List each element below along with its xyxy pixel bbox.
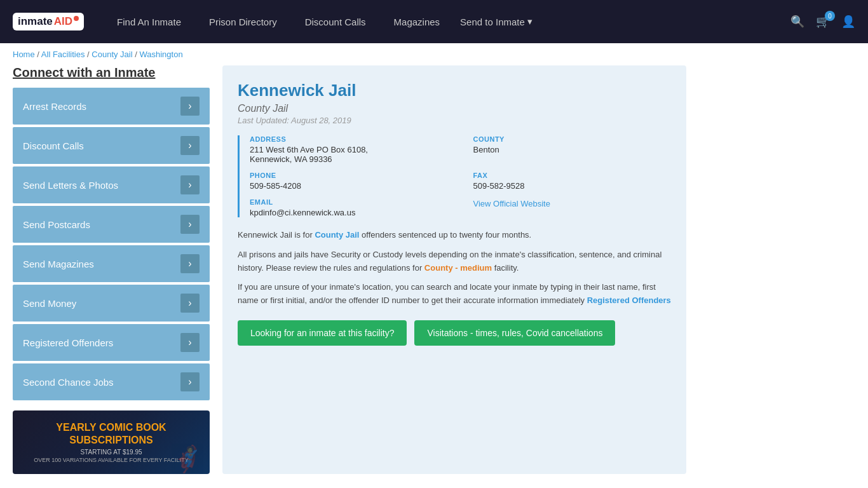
breadcrumb-county-jail[interactable]: County Jail xyxy=(92,50,132,59)
info-row-address-county: ADDRESS 211 West 6th Ave PO Box 6108, Ke… xyxy=(250,135,671,164)
facility-last-updated: Last Updated: August 28, 2019 xyxy=(238,116,671,125)
info-col-address: ADDRESS 211 West 6th Ave PO Box 6108, Ke… xyxy=(250,135,448,164)
breadcrumb-state[interactable]: Washington xyxy=(139,50,182,59)
facility-type: County Jail xyxy=(238,103,671,114)
arrow-icon: › xyxy=(180,215,200,234)
sidebar-item-second-chance-jobs[interactable]: Second Chance Jobs › xyxy=(13,363,210,400)
nav-magazines[interactable]: Magazines xyxy=(380,0,454,43)
cart-badge: 0 xyxy=(825,11,835,21)
email-value: kpdinfo@ci.kennewick.wa.us xyxy=(250,208,448,217)
sidebar: Connect with an Inmate Arrest Records › … xyxy=(13,65,210,474)
info-col-phone: PHONE 509-585-4208 xyxy=(250,172,448,191)
phone-label: PHONE xyxy=(250,172,448,179)
nav-right-icons: 🔍 🛒 0 👤 xyxy=(790,15,855,29)
nav-links: Find An Inmate Prison Directory Discount… xyxy=(103,0,790,43)
description-2: All prisons and jails have Security or C… xyxy=(238,248,671,275)
logo[interactable]: inmate AID xyxy=(13,13,84,30)
address-line1: 211 West 6th Ave PO Box 6108, xyxy=(250,145,448,154)
sidebar-items: Arrest Records › Discount Calls › Send L… xyxy=(13,88,210,400)
registered-offenders-link[interactable]: Registered Offenders xyxy=(587,295,671,305)
sidebar-item-send-magazines[interactable]: Send Magazines › xyxy=(13,245,210,282)
county-label: COUNTY xyxy=(473,135,672,143)
nav-prison-directory[interactable]: Prison Directory xyxy=(195,0,291,43)
facility-content: Kennewick Jail County Jail Last Updated:… xyxy=(222,65,686,474)
arrow-icon: › xyxy=(180,254,200,273)
ad-decoration: 🦸 xyxy=(172,444,203,474)
arrow-icon: › xyxy=(180,294,200,313)
email-label: EMAIL xyxy=(250,198,448,206)
phone-value: 509-585-4208 xyxy=(250,181,448,191)
info-col-county: COUNTY Benton xyxy=(473,135,672,164)
arrow-icon: › xyxy=(180,175,200,194)
website-link[interactable]: View Official Website xyxy=(473,199,550,208)
logo-aid-text: AID xyxy=(54,15,72,28)
arrow-icon: › xyxy=(180,97,200,116)
info-row-email-website: EMAIL kpdinfo@ci.kennewick.wa.us View Of… xyxy=(250,198,671,217)
info-row-phone-fax: PHONE 509-585-4208 FAX 509-582-9528 xyxy=(250,172,671,191)
info-col-email: EMAIL kpdinfo@ci.kennewick.wa.us xyxy=(250,198,448,217)
chevron-down-icon: ▾ xyxy=(527,16,532,27)
ad-banner[interactable]: YEARLY COMIC BOOKSUBSCRIPTIONS STARTING … xyxy=(13,410,210,474)
action-buttons: Looking for an inmate at this facility? … xyxy=(238,320,671,346)
arrow-icon: › xyxy=(180,333,200,352)
cart-icon[interactable]: 🛒 0 xyxy=(816,15,830,29)
sidebar-title: Connect with an Inmate xyxy=(13,65,210,80)
address-line2: Kennewick, WA 99336 xyxy=(250,154,448,164)
user-icon[interactable]: 👤 xyxy=(841,15,855,29)
arrow-icon: › xyxy=(180,372,200,391)
search-icon[interactable]: 🔍 xyxy=(790,15,804,29)
sidebar-item-send-letters[interactable]: Send Letters & Photos › xyxy=(13,166,210,203)
description-1: Kennewick Jail is for County Jail offend… xyxy=(238,229,671,242)
logo-dot-icon xyxy=(74,16,79,21)
address-label: ADDRESS xyxy=(250,135,448,143)
sidebar-item-registered-offenders[interactable]: Registered Offenders › xyxy=(13,324,210,361)
navbar: inmate AID Find An Inmate Prison Directo… xyxy=(0,0,868,43)
facility-info-grid: ADDRESS 211 West 6th Ave PO Box 6108, Ke… xyxy=(238,135,671,217)
looking-for-inmate-button[interactable]: Looking for an inmate at this facility? xyxy=(238,320,407,346)
county-medium-link[interactable]: County - medium xyxy=(424,263,492,273)
nav-find-inmate[interactable]: Find An Inmate xyxy=(103,0,195,43)
sidebar-item-send-money[interactable]: Send Money › xyxy=(13,285,210,322)
breadcrumb-all-facilities[interactable]: All Facilities xyxy=(41,50,85,59)
info-col-website: View Official Website xyxy=(473,198,672,217)
breadcrumb-home[interactable]: Home xyxy=(13,50,35,59)
ad-title: YEARLY COMIC BOOKSUBSCRIPTIONS xyxy=(23,421,200,445)
sidebar-item-send-postcards[interactable]: Send Postcards › xyxy=(13,206,210,243)
nav-send-to-inmate[interactable]: Send to Inmate ▾ xyxy=(454,0,539,43)
description-3: If you are unsure of your inmate's locat… xyxy=(238,281,671,308)
county-value: Benton xyxy=(473,145,672,154)
logo-inmate-text: inmate xyxy=(18,15,53,28)
facility-name: Kennewick Jail xyxy=(238,81,671,100)
visitations-button[interactable]: Visitations - times, rules, Covid cancel… xyxy=(414,320,615,346)
county-jail-link-1[interactable]: County Jail xyxy=(315,230,359,240)
info-col-fax: FAX 509-582-9528 xyxy=(473,172,672,191)
sidebar-item-discount-calls[interactable]: Discount Calls › xyxy=(13,127,210,164)
main-container: Connect with an Inmate Arrest Records › … xyxy=(0,65,699,487)
sidebar-item-arrest-records[interactable]: Arrest Records › xyxy=(13,88,210,125)
breadcrumb: Home / All Facilities / County Jail / Wa… xyxy=(0,43,868,65)
fax-label: FAX xyxy=(473,172,672,179)
arrow-icon: › xyxy=(180,136,200,155)
fax-value: 509-582-9528 xyxy=(473,181,672,191)
nav-discount-calls[interactable]: Discount Calls xyxy=(291,0,380,43)
